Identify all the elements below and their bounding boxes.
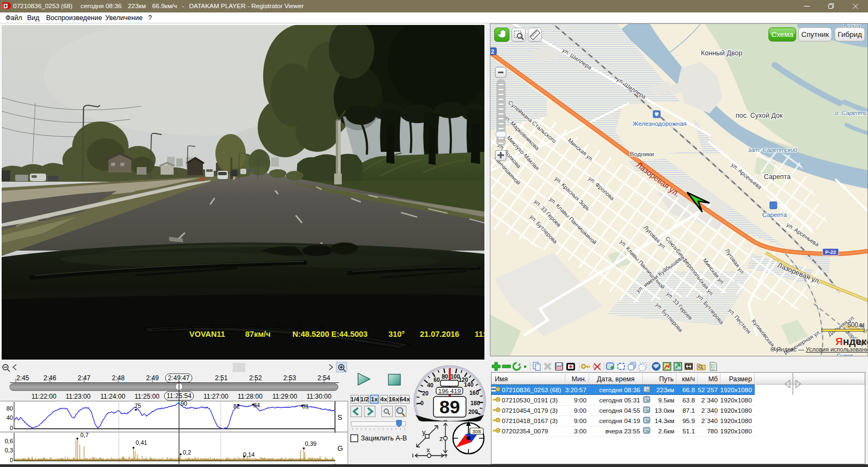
svg-text:Железнодорожная: Железнодорожная [633, 120, 687, 127]
svg-text:82: 82 [233, 403, 240, 410]
svg-text:2:47: 2:47 [78, 374, 91, 382]
svg-text:0: 0 [10, 425, 13, 431]
svg-text:км/ч: км/ч [682, 375, 695, 383]
svg-text:11:27:00: 11:27:00 [203, 393, 228, 400]
svg-text:вчера 23:55: вчера 23:55 [605, 427, 641, 435]
svg-text:9.5км: 9.5км [658, 396, 674, 404]
svg-text:N:48.5200 E:44.5003: N:48.5200 E:44.5003 [292, 330, 368, 338]
svg-text:Размер: Размер [729, 375, 752, 383]
svg-text:0,2: 0,2 [183, 449, 191, 456]
svg-text:2:51: 2:51 [215, 374, 228, 382]
svg-text:89: 89 [439, 396, 460, 417]
svg-text:0: 0 [420, 400, 424, 406]
svg-text:0,6: 0,6 [5, 438, 13, 444]
svg-text:0: 0 [10, 457, 13, 463]
svg-text:Судов: Судов [837, 353, 853, 356]
svg-text:1920x1080: 1920x1080 [720, 396, 752, 404]
svg-text:2:53: 2:53 [283, 374, 296, 382]
svg-text:зат. Сарептский: зат. Сарептский [748, 146, 797, 153]
svg-text:Зациклить A-B: Зациклить A-B [361, 434, 407, 442]
svg-text:81: 81 [302, 403, 309, 410]
svg-text:40: 40 [427, 382, 433, 388]
svg-text:40: 40 [7, 414, 13, 421]
svg-text:Путь: Путь [659, 375, 674, 383]
svg-text:07210530_0191 (3): 07210530_0191 (3) [502, 396, 558, 404]
svg-text:y: y [422, 428, 426, 436]
svg-text:1920x1080: 1920x1080 [720, 427, 752, 435]
svg-text:1/2: 1/2 [360, 396, 369, 402]
svg-text:223км: 223км [656, 386, 674, 394]
svg-text:11:28:00: 11:28:00 [238, 393, 263, 400]
svg-text:07202354_0079: 07202354_0079 [502, 427, 548, 435]
svg-text:2.6км: 2.6км [658, 427, 674, 435]
svg-text:180: 180 [470, 400, 480, 406]
svg-text:07210836_0253 (68): 07210836_0253 (68) [502, 386, 561, 394]
svg-text:80: 80 [442, 373, 448, 380]
svg-text:⛊: ⛊ [655, 112, 659, 117]
svg-text:G: G [337, 444, 343, 452]
svg-text:VOVAN11: VOVAN11 [189, 330, 225, 338]
svg-text:07210418_0167 (3): 07210418_0167 (3) [502, 417, 558, 425]
svg-text:0,14: 0,14 [243, 451, 254, 458]
svg-text:сегодня 04:55: сегодня 04:55 [599, 407, 641, 414]
svg-text:3:20:57: 3:20:57 [565, 386, 586, 394]
svg-text:2:49: 2:49 [146, 374, 159, 382]
svg-text:2`340: 2`340 [701, 417, 718, 425]
svg-text:Имя: Имя [495, 375, 508, 383]
svg-text:140: 140 [464, 381, 474, 388]
svg-text:11:23:00: 11:23:00 [66, 393, 91, 400]
svg-text:11:25:00: 11:25:00 [135, 393, 159, 400]
svg-text:Яндекс: Яндекс [835, 336, 868, 347]
svg-text:сегодня 05:31: сегодня 05:31 [599, 396, 640, 404]
svg-text:20: 20 [422, 390, 429, 396]
svg-text:11:22:00: 11:22:00 [31, 393, 56, 400]
svg-text:2: 2 [491, 49, 494, 55]
svg-text:Мб: Мб [709, 375, 718, 383]
svg-text:9:00: 9:00 [574, 396, 586, 404]
svg-text:9:00: 9:00 [574, 407, 586, 414]
svg-text:3:00: 3:00 [574, 427, 586, 435]
svg-text:90: 90 [181, 400, 187, 407]
svg-text:Схема: Схема [771, 30, 794, 39]
svg-text:о. Сарептский: о. Сарептский [835, 110, 868, 116]
svg-text:4x: 4x [380, 396, 387, 402]
svg-text:1920x1080: 1920x1080 [720, 407, 752, 414]
svg-text:60: 60 [433, 376, 440, 383]
svg-text:Гибрид: Гибрид [838, 30, 862, 39]
svg-text:2:54: 2:54 [317, 374, 330, 382]
svg-text:51.1: 51.1 [682, 427, 695, 435]
svg-text:64x: 64x [399, 396, 410, 402]
svg-text:87.1: 87.1 [682, 407, 695, 414]
svg-text:Мин.: Мин. [572, 375, 586, 383]
svg-text:75: 75 [135, 402, 141, 409]
svg-text:52`257: 52`257 [698, 386, 718, 394]
svg-text:11:30:00: 11:30:00 [307, 393, 331, 400]
svg-text:0,39: 0,39 [305, 440, 316, 447]
svg-text:Сарепта: Сарепта [762, 212, 787, 218]
svg-text:21.07.2016: 21.07.2016 [420, 330, 459, 338]
svg-text:196 419: 196 419 [438, 388, 461, 394]
svg-text:13.0км: 13.0км [655, 407, 674, 414]
svg-text:2`340: 2`340 [701, 396, 718, 404]
svg-text:200: 200 [468, 408, 478, 415]
svg-text:14.3км: 14.3км [655, 417, 674, 425]
svg-text:1x: 1x [371, 396, 378, 402]
svg-text:80: 80 [7, 405, 13, 412]
svg-text:780: 780 [707, 427, 718, 435]
svg-text:84: 84 [253, 402, 260, 408]
svg-text:1/4: 1/4 [350, 396, 360, 402]
svg-text:66.8: 66.8 [682, 386, 695, 394]
svg-text:63.8: 63.8 [682, 396, 695, 404]
svg-text:1920x1080: 1920x1080 [720, 417, 752, 425]
svg-text:0,7: 0,7 [80, 432, 88, 438]
svg-text:Дата, время: Дата, время [597, 375, 634, 383]
svg-text:Сарепта: Сарепта [764, 173, 790, 181]
svg-text:16x: 16x [388, 396, 399, 402]
svg-text:Спутник: Спутник [801, 30, 829, 39]
svg-text:308: 308 [473, 428, 481, 434]
svg-text:© Яндекс — Условия использован: © Яндекс — Условия использования [770, 346, 868, 353]
svg-text:2:48: 2:48 [112, 374, 125, 382]
svg-text:95.9: 95.9 [682, 417, 695, 425]
svg-text:310°: 310° [388, 330, 405, 338]
svg-text:2`340: 2`340 [701, 407, 718, 414]
